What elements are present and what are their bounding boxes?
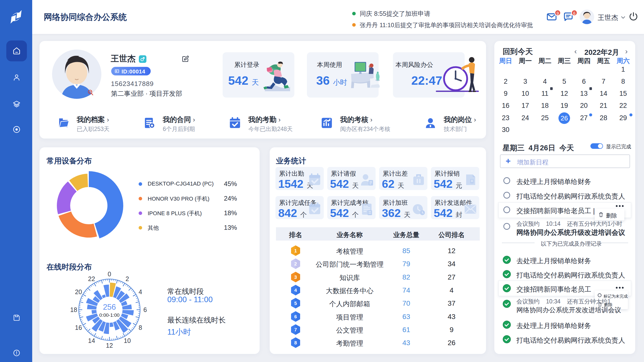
- svg-text:14: 14: [88, 337, 95, 344]
- svg-text:6: 6: [143, 306, 147, 313]
- svg-text:4: 4: [139, 288, 142, 295]
- svg-text:16: 16: [75, 324, 82, 331]
- svg-text:10: 10: [124, 337, 131, 344]
- svg-text:12: 12: [106, 342, 113, 349]
- svg-text:18: 18: [70, 306, 77, 313]
- svg-text:20: 20: [75, 288, 82, 295]
- svg-text:2: 2: [126, 275, 129, 282]
- svg-text:22: 22: [88, 275, 95, 282]
- svg-text:0:00-1:00: 0:00-1:00: [99, 312, 119, 318]
- svg-text:8: 8: [139, 324, 142, 331]
- svg-text:256: 256: [103, 303, 116, 311]
- svg-text:0: 0: [108, 270, 111, 278]
